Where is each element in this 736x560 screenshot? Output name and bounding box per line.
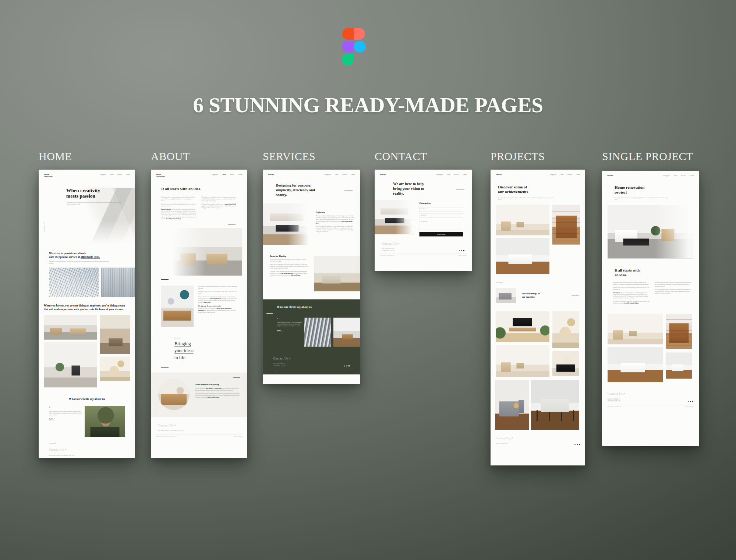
nav-services[interactable]: Services — [342, 174, 347, 176]
footer-bottom-row: Warsaw 2023. All rights reserved Terms &… — [268, 369, 355, 372]
nav-contact[interactable]: Contact — [690, 175, 694, 177]
footer-terms-link[interactable]: Terms & Conditions — [233, 436, 242, 437]
home-everything-band: Your home is everything If you are looki… — [151, 373, 247, 417]
social-icon-2[interactable] — [346, 365, 347, 366]
nav-menu: Our projects About Services Contact — [325, 173, 355, 176]
home-page-thumbnail[interactable]: Maison Architecture Our projects About S… — [39, 170, 135, 458]
social-icon-3[interactable] — [579, 444, 580, 445]
site-logo[interactable]: Maison Architecture — [156, 173, 165, 177]
contact-us-link[interactable]: Contact Us↗ — [158, 423, 247, 428]
social-icon-2[interactable] — [577, 444, 578, 445]
site-logo[interactable]: Warsaw — [607, 174, 613, 177]
testimonial-quote: Finding good architects can be very time… — [277, 322, 302, 327]
nav-contact[interactable]: Contact — [238, 174, 242, 176]
contact-form-section: Contact us Your Name* Your Email* Your M… — [375, 200, 472, 237]
social-icon-2[interactable] — [461, 250, 462, 251]
nav-services[interactable]: Services — [230, 174, 234, 176]
site-logo[interactable]: Warsaw — [380, 173, 386, 176]
divider-dash — [496, 283, 503, 284]
gallery-left-column — [496, 205, 549, 274]
nav-contact[interactable]: Contact — [126, 174, 130, 176]
about-page-thumbnail[interactable]: Maison Architecture Our projects About S… — [151, 170, 247, 458]
message-field[interactable]: Your Message* — [420, 220, 463, 230]
single-project-page-thumbnail[interactable]: Warsaw Our projects About Services Conta… — [602, 171, 699, 446]
services-heading-block: Designing for purpose, simplicity, effec… — [276, 183, 350, 197]
poster-title: 6 STUNNING READY-MADE PAGES — [0, 93, 736, 117]
social-icon-3[interactable] — [463, 250, 464, 251]
clients-say-link[interactable]: clients say — [81, 397, 94, 401]
services-page-thumbnail[interactable]: Warsaw Our projects About Services Conta… — [263, 170, 360, 384]
divider-dash — [161, 368, 169, 368]
projects-page-thumbnail[interactable]: Warsaw Our projects About Services Conta… — [491, 170, 585, 465]
expertise-heading: Take advantage of our expertise — [522, 292, 540, 299]
nav-about[interactable]: About — [447, 174, 450, 176]
nav-our-projects[interactable]: Our projects — [212, 174, 218, 176]
nav-our-projects[interactable]: Our projects — [100, 174, 106, 176]
photo-team-meeting — [161, 286, 194, 327]
single-subtext: Lorem ipsum dolor sit amet, consectetur … — [615, 197, 670, 201]
social-icon-2[interactable] — [690, 401, 691, 402]
arrow-up-right-icon: ↗ — [288, 357, 291, 360]
work-with-us-link[interactable]: Work with us → — [572, 295, 580, 296]
nav-services[interactable]: Services — [454, 174, 459, 176]
arrow-up-right-icon: ↗ — [511, 437, 513, 440]
send-message-button[interactable]: Send Message — [420, 232, 463, 237]
clients-say-link[interactable]: clients say about — [289, 305, 308, 309]
site-logo[interactable]: Maison Architecture — [44, 173, 53, 177]
contact-us-link[interactable]: Contact Us↗ — [382, 241, 472, 245]
footer-terms-link[interactable]: Terms & Conditions — [571, 448, 580, 449]
scroll-indicator: scroll — [44, 222, 45, 232]
contact-us-link[interactable]: Contact Us↗ — [273, 356, 360, 360]
email-field[interactable]: Your Email* — [420, 213, 463, 218]
gallery-left-column — [496, 311, 549, 377]
nav-services[interactable]: Services — [567, 174, 572, 176]
footer-copyright: Warsaw 2023. All rights reserved — [496, 448, 510, 449]
nav-our-projects[interactable]: Our projects — [325, 174, 331, 176]
footer-address: BIG MAIN STREET 2 LIVERPOOL, UK, 3220 — [273, 363, 286, 366]
testimonial-quote: Finding good architects can be very time… — [49, 411, 84, 416]
divider-dash — [456, 189, 464, 189]
team-section: It is tough to deal with architects or f… — [161, 286, 237, 327]
contact-us-link[interactable]: Contact Us↗ — [496, 436, 585, 440]
nav-our-projects[interactable]: Our projects — [550, 174, 556, 176]
testimonials-dark-section: What our clients say about us ❝ Finding … — [263, 299, 360, 374]
contact-us-link[interactable]: Contact Us↗ — [49, 448, 135, 452]
nav-about[interactable]: About — [335, 174, 339, 176]
site-logo[interactable]: Warsaw — [268, 173, 274, 176]
projects-gallery-3 — [495, 380, 585, 430]
nav-our-projects[interactable]: Our projects — [664, 175, 670, 177]
nav-about[interactable]: About — [560, 174, 564, 176]
nav-about[interactable]: About — [222, 174, 226, 176]
nav-services[interactable]: Services — [681, 175, 686, 177]
home-of-dreams-link[interactable]: home of your dreams. — [99, 308, 124, 311]
affordable-costs-link[interactable]: affordable costs. — [81, 255, 100, 259]
nav-our-projects[interactable]: Our projects — [436, 174, 443, 176]
strive-section: We strive to provide our clients with ex… — [49, 251, 135, 264]
site-logo[interactable]: Warsaw — [496, 173, 502, 176]
footer-terms-link[interactable]: Terms & Conditions — [685, 405, 694, 407]
social-icon-1[interactable] — [459, 250, 460, 251]
nav-about[interactable]: About — [674, 175, 677, 177]
nav-about[interactable]: About — [110, 174, 114, 176]
footer-terms-link[interactable]: Terms & Conditions — [346, 371, 355, 372]
social-icon-1[interactable] — [688, 401, 689, 402]
nav-contact[interactable]: Contact — [576, 174, 580, 176]
projects-header: Warsaw Our projects About Services Conta… — [491, 170, 585, 176]
contact-page-thumbnail[interactable]: Warsaw Our projects About Services Conta… — [375, 170, 472, 271]
social-icon-3[interactable] — [692, 401, 693, 402]
nav-services[interactable]: Services — [117, 174, 122, 176]
contact-us-inline-link[interactable]: Contact us — [270, 271, 275, 272]
contact-us-link[interactable]: Contact Us↗ — [608, 392, 699, 396]
contact-heading-block: We are here to help bring your vision to… — [393, 181, 461, 196]
social-icon-1[interactable] — [574, 444, 576, 445]
footer-address: BIG MAIN STREET 2 LIVERPOOL, UK, 3220 — [608, 398, 620, 402]
nav-contact[interactable]: Contact — [351, 174, 355, 176]
gallery-left-column — [608, 314, 663, 382]
footer-terms-link[interactable]: Terms & Conditions — [458, 255, 467, 256]
name-field[interactable]: Your Name* — [420, 207, 463, 212]
social-icon-3[interactable] — [348, 365, 350, 366]
social-icon-1[interactable] — [344, 365, 345, 366]
form-title: Contact us — [420, 202, 463, 205]
nav-contact[interactable]: Contact — [463, 174, 467, 176]
quote-icon: ❝ — [49, 406, 84, 409]
